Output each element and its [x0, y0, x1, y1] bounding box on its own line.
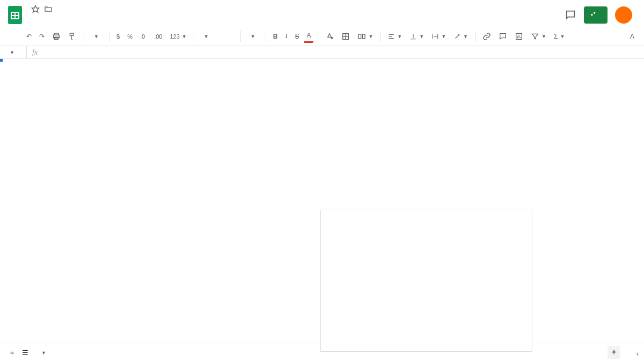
formula-input[interactable] — [43, 46, 644, 58]
account-avatar[interactable] — [615, 6, 632, 24]
toolbar: ↶ ↷ ▼ $ % .0 .00 123▼ ▼ ▼ B I S A ▼ ▼ ▼ … — [0, 27, 644, 46]
active-cell-cursor — [0, 59, 2, 61]
pie-chart[interactable] — [320, 210, 532, 352]
sheet-tab[interactable]: ▼ — [32, 347, 53, 359]
insert-link-icon[interactable] — [480, 30, 494, 43]
bold-button[interactable]: B — [270, 31, 281, 42]
print-icon[interactable] — [49, 30, 63, 43]
functions-icon[interactable]: Σ▼ — [551, 31, 567, 42]
spreadsheet-grid[interactable] — [0, 59, 644, 362]
formula-bar: ▼ fx — [0, 46, 644, 59]
text-wrap-button[interactable]: ▼ — [429, 31, 449, 42]
font-size-dropdown[interactable]: ▼ — [245, 33, 261, 40]
paint-format-icon[interactable] — [65, 30, 79, 43]
text-color-button[interactable]: A — [304, 29, 313, 43]
redo-icon[interactable]: ↷ — [36, 31, 47, 42]
svg-rect-13 — [363, 34, 365, 39]
svg-point-8 — [332, 38, 333, 39]
name-box[interactable]: ▼ — [0, 46, 27, 58]
move-folder-icon[interactable] — [44, 5, 53, 13]
sheets-logo[interactable] — [4, 4, 26, 26]
share-button[interactable] — [584, 6, 608, 24]
svg-rect-7 — [55, 37, 58, 39]
currency-icon[interactable]: $ — [114, 31, 122, 42]
title-bar — [0, 0, 644, 27]
strikethrough-button[interactable]: S — [292, 31, 302, 42]
add-sheet-icon[interactable]: ＋ — [5, 345, 19, 361]
star-icon[interactable] — [31, 5, 40, 13]
zoom-dropdown[interactable]: ▼ — [89, 33, 105, 40]
text-rotation-button[interactable]: ▼ — [451, 31, 471, 42]
vertical-align-button[interactable]: ▼ — [407, 31, 427, 42]
all-sheets-icon[interactable]: ☰ — [19, 345, 32, 360]
more-formats-dropdown[interactable]: 123▼ — [167, 31, 189, 42]
undo-icon[interactable]: ↶ — [24, 31, 34, 42]
merge-cells-button[interactable]: ▼ — [355, 30, 376, 43]
insert-chart-icon[interactable] — [512, 30, 526, 43]
font-dropdown[interactable]: ▼ — [199, 33, 236, 40]
svg-marker-4 — [32, 5, 39, 12]
explore-icon[interactable] — [608, 346, 620, 359]
percent-icon[interactable]: % — [125, 31, 135, 42]
borders-button[interactable] — [339, 30, 353, 43]
side-panel-toggle-icon[interactable]: ‹ — [636, 350, 639, 358]
comments-icon[interactable] — [565, 9, 576, 21]
increase-decimal-icon[interactable]: .00 — [151, 31, 165, 42]
collapse-toolbar-icon[interactable]: ᐱ — [630, 33, 640, 40]
insert-comment-icon[interactable] — [496, 30, 510, 43]
decrease-decimal-icon[interactable]: .0 — [137, 31, 149, 42]
filter-icon[interactable]: ▼ — [528, 30, 549, 43]
fx-icon: fx — [27, 48, 43, 57]
horizontal-align-button[interactable]: ▼ — [385, 31, 405, 42]
svg-rect-12 — [358, 34, 361, 39]
chart-title — [321, 210, 532, 217]
italic-button[interactable]: I — [282, 30, 290, 42]
menu-bar — [27, 15, 565, 27]
fill-color-button[interactable] — [323, 30, 336, 43]
